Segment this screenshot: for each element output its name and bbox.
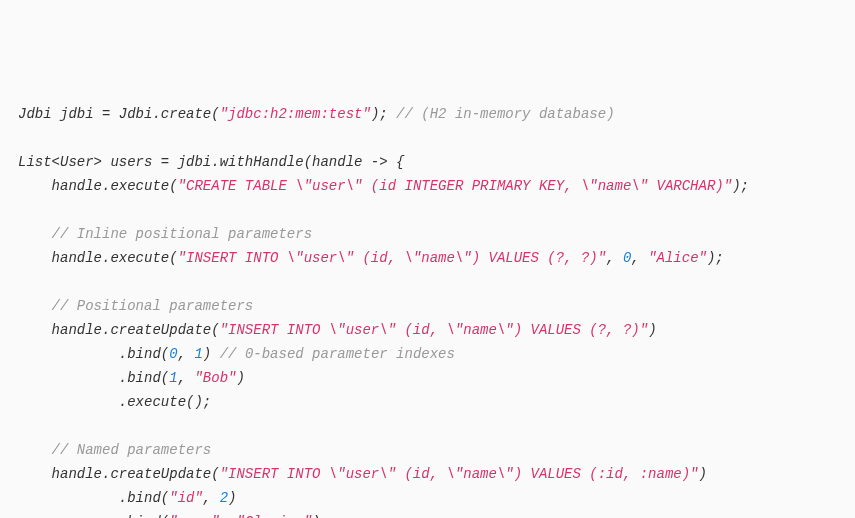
code-line: .bind("id", 2) xyxy=(18,486,855,510)
code-line: // Positional parameters xyxy=(18,294,855,318)
code-token: "INSERT INTO \"user\" (id, \"name\") VAL… xyxy=(178,250,606,266)
code-token: ) xyxy=(699,466,707,482)
code-token: "jdbc:h2:mem:test" xyxy=(220,106,371,122)
code-token: .execute(); xyxy=(18,394,211,410)
code-token xyxy=(18,226,52,242)
code-token: "INSERT INTO \"user\" (id, \"name\") VAL… xyxy=(220,466,699,482)
code-token: // Named parameters xyxy=(52,442,212,458)
code-line: .execute(); xyxy=(18,390,855,414)
code-line: .bind("name", "Clarice") xyxy=(18,510,855,518)
code-token: List<User> users = jdbi.withHandle(handl… xyxy=(18,154,404,170)
code-token: 1 xyxy=(194,346,202,362)
code-token: .bind( xyxy=(18,490,169,506)
code-line xyxy=(18,270,855,294)
code-token: "Alice" xyxy=(648,250,707,266)
code-line: // Inline positional parameters xyxy=(18,222,855,246)
code-line: .bind(0, 1) // 0-based parameter indexes xyxy=(18,342,855,366)
code-token: "CREATE TABLE \"user\" (id INTEGER PRIMA… xyxy=(178,178,733,194)
code-line xyxy=(18,198,855,222)
code-token: , xyxy=(178,370,195,386)
code-line: // Named parameters xyxy=(18,438,855,462)
code-line: handle.execute("CREATE TABLE \"user\" (i… xyxy=(18,174,855,198)
code-token: ) xyxy=(236,370,244,386)
code-token: .bind( xyxy=(18,514,169,518)
code-token: , xyxy=(178,346,195,362)
code-token: , xyxy=(220,514,237,518)
code-token: "id" xyxy=(169,490,203,506)
code-token: 2 xyxy=(220,490,228,506)
code-token: handle.execute( xyxy=(18,178,178,194)
code-token: Jdbi jdbi = Jdbi.create( xyxy=(18,106,220,122)
code-line xyxy=(18,414,855,438)
code-token: // Inline positional parameters xyxy=(52,226,312,242)
code-line: .bind(1, "Bob") xyxy=(18,366,855,390)
code-token: .bind( xyxy=(18,346,169,362)
code-token: // Positional parameters xyxy=(52,298,254,314)
code-token: handle.createUpdate( xyxy=(18,322,220,338)
code-token: // (H2 in-memory database) xyxy=(396,106,614,122)
code-token: , xyxy=(606,250,623,266)
code-line: handle.execute("INSERT INTO \"user\" (id… xyxy=(18,246,855,270)
code-token xyxy=(18,442,52,458)
code-token: ); xyxy=(371,106,396,122)
code-token: handle.createUpdate( xyxy=(18,466,220,482)
code-token: ) xyxy=(648,322,656,338)
code-token: handle.execute( xyxy=(18,250,178,266)
code-token: ) xyxy=(228,490,236,506)
code-token: 0 xyxy=(169,346,177,362)
code-token: ) xyxy=(203,346,220,362)
code-token: // 0-based parameter indexes xyxy=(220,346,455,362)
code-line: handle.createUpdate("INSERT INTO \"user\… xyxy=(18,318,855,342)
code-token: 1 xyxy=(169,370,177,386)
code-token: "INSERT INTO \"user\" (id, \"name\") VAL… xyxy=(220,322,648,338)
code-token: ) xyxy=(312,514,320,518)
code-token: ); xyxy=(707,250,724,266)
code-token: , xyxy=(203,490,220,506)
code-token xyxy=(18,298,52,314)
code-line: handle.createUpdate("INSERT INTO \"user\… xyxy=(18,462,855,486)
code-token: "Clarice" xyxy=(236,514,312,518)
code-token: ); xyxy=(732,178,749,194)
code-line: List<User> users = jdbi.withHandle(handl… xyxy=(18,150,855,174)
code-token: , xyxy=(631,250,648,266)
code-line xyxy=(18,126,855,150)
code-block: Jdbi jdbi = Jdbi.create("jdbc:h2:mem:tes… xyxy=(18,102,855,518)
code-token: "name" xyxy=(169,514,219,518)
code-token: .bind( xyxy=(18,370,169,386)
code-line: Jdbi jdbi = Jdbi.create("jdbc:h2:mem:tes… xyxy=(18,102,855,126)
code-token: "Bob" xyxy=(194,370,236,386)
